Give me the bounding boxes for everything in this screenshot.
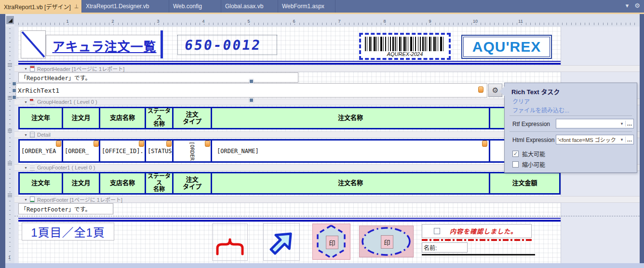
selection-handle[interactable] [12,82,16,86]
dropdown-icon[interactable]: ▾ [618,137,625,142]
collapse-arrow-icon[interactable]: ▼ [24,67,27,71]
ruler-corner-button[interactable] [6,16,14,24]
rtf-expression-combo[interactable]: ▾ … [556,119,634,128]
detail-band-icon [30,132,35,138]
report-title-text: アキュラ注文一覧 [52,37,156,55]
diagonal-line-control[interactable] [21,30,46,58]
vertical-field-text: [ORDER [189,141,195,161]
barcode-control[interactable]: AQUREX-2024 [359,33,451,60]
brace-shape [213,224,247,260]
band-caption-report-footer[interactable]: ▼ ReportFooter [1ページに 1レポート] [14,196,640,203]
options-gear-icon[interactable]: ⚙ [634,2,640,9]
tab-xtrareport-designer-vb[interactable]: XtraReport1.Designer.vb [82,0,169,13]
footer-cell-order-year[interactable]: 注文年 [20,173,62,193]
selection-handle[interactable] [12,95,16,99]
group-header-table[interactable]: 注文年 注文月 支店名称 ステータス 名称 注文 タイプ 注文名称 注文金額 [18,107,561,129]
report-footer-label[interactable]: 「ReportFooter」です。 [18,203,113,214]
header-separator-line[interactable] [18,61,561,65]
tab-label: Web.config [173,3,202,10]
detail-table[interactable]: [ORDER_YEA [ORDER_ [OFFICE_ID].[OFFIC [S… [18,139,561,163]
clear-link[interactable]: クリア [512,97,530,105]
hexagon-stamp-control[interactable]: 印 [312,224,350,260]
footer-cell-order-name[interactable]: 注文名称 [211,173,489,193]
header-cell-order-year[interactable]: 注文年 [20,108,62,128]
collapse-arrow-icon[interactable]: ▼ [24,133,27,137]
diagonal-line [21,31,45,58]
left-edge-strip [0,14,5,268]
dropdown-icon[interactable]: ▾ [618,121,625,126]
collapse-arrow-icon[interactable]: ▼ [24,100,27,104]
band-caption-text: GroupFooter1 ( Level 0 ) [37,165,95,170]
group-footer-table[interactable]: 注文年 注文月 支店名称 ステータス 名称 注文 タイプ 注文名称 注文金額 [18,172,561,195]
red-dashdot-line[interactable] [422,239,534,241]
header-cell-office-name[interactable]: 支店名称 [99,108,145,128]
panel-separator [510,131,632,132]
tab-label: XtraReport1.Designer.vb [86,3,149,10]
detail-cell-order-year[interactable]: [ORDER_YEA [20,141,62,161]
ruler-number: 2 [110,19,115,24]
report-header-label[interactable]: 「ReportHeader」です。 [18,72,298,83]
confirm-checkbox[interactable] [434,228,440,234]
footer-separator-line[interactable] [18,218,561,222]
group-header-band-icon [30,99,35,105]
footer-cell-order-month[interactable]: 注文月 [62,173,99,193]
tab-xtrareport-design[interactable]: XtraReport1.vb [デザイン] ⊥ × [0,0,82,13]
detail-cell-order-name[interactable]: [ORDER_NAME] [211,141,489,161]
data-binding-icon [478,86,483,93]
selection-handle[interactable] [12,88,16,93]
vertical-ruler: 1 [5,27,14,263]
data-binding-icon [56,141,61,147]
arrow-shape-control[interactable] [263,223,300,261]
panel-title: Rich Text タスク [511,87,560,96]
band-caption-report-header[interactable]: ▼ ReportHeader [1ページに 1レポート] [14,65,640,72]
header-cell-order-type[interactable]: 注文 タイプ [172,108,211,128]
data-binding-icon [94,141,99,147]
band-caption-text: ReportFooter [1ページに 1レポート] [37,196,122,203]
detail-cell-office[interactable]: [OFFICE_ID].[OFFIC [99,141,145,161]
footer-cell-order-amount[interactable]: 注文金額 [489,173,559,193]
postal-code-label[interactable]: 650-0012 [177,35,277,55]
tab-global-asax[interactable]: Global.asax.vb [221,0,278,13]
group-footer-band-icon [30,165,35,170]
can-grow-checkbox[interactable]: ✓ [512,151,519,157]
pin-icon[interactable]: ⊥ [74,3,79,10]
name-label[interactable]: 名前: [422,242,468,253]
header-cell-status-name[interactable]: ステータス 名称 [145,108,172,128]
tab-web-config[interactable]: Web.config [169,0,221,13]
brace-shape-control[interactable] [212,224,248,261]
confirm-checkbox-control[interactable]: 内容を確認しました。 [422,224,532,238]
ruler-number: 11 [517,19,523,24]
ruler-number: 1 [65,19,69,24]
ellipse-stamp-control[interactable]: 印 [359,226,414,257]
footer-cell-order-type[interactable]: 注文 タイプ [172,173,211,193]
report-header-label-text: 「ReportHeader」です。 [19,73,91,82]
can-shrink-checkbox[interactable] [512,161,519,168]
smart-tag-gear-button[interactable]: ⚙ [488,84,502,97]
logo-label[interactable]: AQU'REX [461,35,552,59]
header-cell-order-month[interactable]: 注文月 [62,108,99,128]
footer-cell-office-name[interactable]: 支店名称 [99,173,145,193]
ruler-number: 9 [428,19,432,24]
logo-text: AQU'REX [472,39,541,55]
selection-handle[interactable] [249,79,254,84]
ellipsis-button[interactable]: … [625,137,633,142]
report-footer-label-text: 「ReportFooter」です。 [19,205,91,213]
band-separator-mark [8,194,12,197]
page-info-label[interactable]: 1頁目／全1頁 [22,223,114,240]
tab-webform1[interactable]: WebForm1.aspx [278,0,335,13]
header-cell-order-name[interactable]: 注文名称 [211,108,489,128]
load-file-link[interactable]: ファイルを読み込む... [512,106,569,114]
report-title-label[interactable]: アキュラ注文一覧 [46,35,163,56]
signature-line[interactable] [422,254,535,255]
richtext-control[interactable]: XrRichText1 [15,83,487,98]
tab-list-dropdown-icon[interactable]: ▾ [626,2,629,9]
html-expression-combo[interactable]: '<font face=MS ゴシック ▾ … [556,135,634,144]
collapse-arrow-icon[interactable]: ▼ [24,198,27,201]
selection-handle[interactable] [249,98,254,102]
collapse-arrow-icon[interactable]: ▼ [24,166,27,169]
bottom-scroll-strip[interactable] [5,263,644,268]
ellipsis-button[interactable]: … [625,121,633,127]
vertical-line-control[interactable] [161,30,163,58]
footer-cell-status-name[interactable]: ステータス 名称 [145,173,172,193]
right-scroll-strip[interactable] [640,14,644,263]
